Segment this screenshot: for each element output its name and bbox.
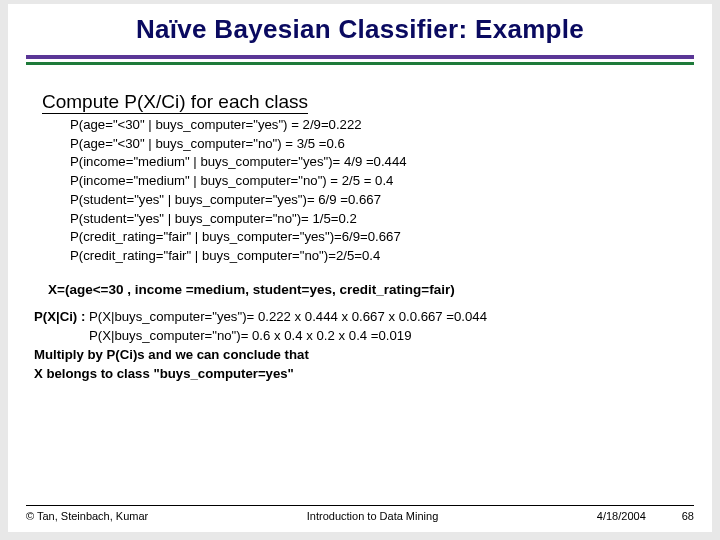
footer-row: © Tan, Steinbach, Kumar Introduction to … [8,510,712,522]
slide-footer: © Tan, Steinbach, Kumar Introduction to … [8,505,712,522]
calc-conclusion-1: Multiply by P(Ci)s and we can conclude t… [34,345,684,364]
footer-rule [26,505,694,506]
prob-line: P(income="medium" | buys_computer="yes")… [70,153,684,172]
prob-line: P(credit_rating="fair" | buys_computer="… [70,228,684,247]
pxci-label: P(X|Ci) : [34,309,89,324]
prob-line: P(income="medium" | buys_computer="no") … [70,172,684,191]
prob-line: P(student="yes" | buys_computer="yes")= … [70,191,684,210]
section-heading: Compute P(X/Ci) for each class [42,91,684,114]
title-rule [26,55,694,65]
calc-conclusion-2: X belongs to class "buys_computer=yes" [34,364,684,383]
prob-line: P(age="<30" | buys_computer="no") = 3/5 … [70,135,684,154]
prob-line: P(age="<30" | buys_computer="yes") = 2/9… [70,116,684,135]
probability-list: P(age="<30" | buys_computer="yes") = 2/9… [70,116,684,266]
section-heading-text: Compute P(X/Ci) for each class [42,91,308,114]
calc-no: P(X|buys_computer="no")= 0.6 x 0.4 x 0.2… [89,328,412,343]
calculation-block: P(X|Ci) : P(X|buys_computer="yes")= 0.22… [34,307,684,384]
footer-title: Introduction to Data Mining [148,510,597,522]
footer-page: 68 [682,510,694,522]
slide-body: Compute P(X/Ci) for each class P(age="<3… [8,65,712,383]
calc-yes: P(X|buys_computer="yes")= 0.222 x 0.444 … [89,309,487,324]
x-instance: X=(age<=30 , income =medium, student=yes… [48,282,684,297]
slide: Naïve Bayesian Classifier: Example Compu… [8,4,712,532]
slide-title: Naïve Bayesian Classifier: Example [8,14,712,45]
calc-indent [34,328,89,343]
prob-line: P(student="yes" | buys_computer="no")= 1… [70,210,684,229]
rule-purple [26,55,694,59]
footer-date: 4/18/2004 [597,510,646,522]
prob-line: P(credit_rating="fair" | buys_computer="… [70,247,684,266]
calc-yes-line: P(X|Ci) : P(X|buys_computer="yes")= 0.22… [34,307,684,326]
footer-authors: © Tan, Steinbach, Kumar [26,510,148,522]
calc-no-line: P(X|buys_computer="no")= 0.6 x 0.4 x 0.2… [34,326,684,345]
